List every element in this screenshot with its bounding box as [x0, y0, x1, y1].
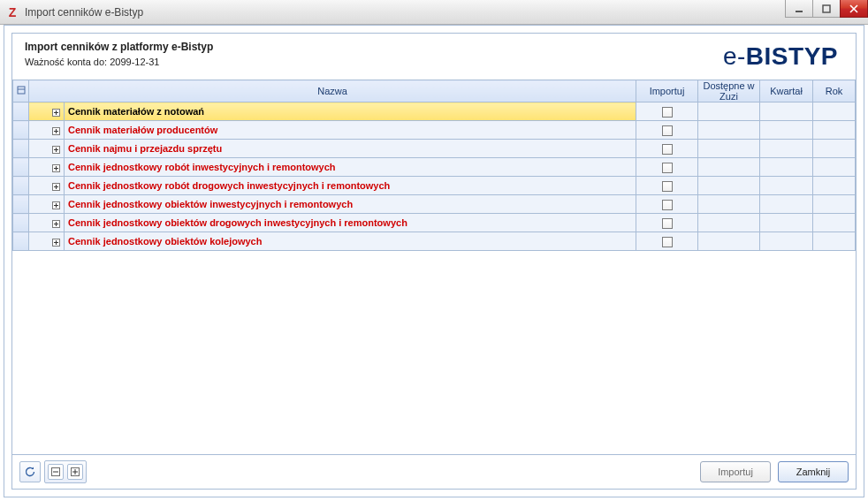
plus-icon [52, 183, 60, 191]
svg-rect-0 [796, 11, 803, 12]
col-kwartal-header[interactable]: Kwartał [760, 80, 813, 102]
plus-icon [52, 164, 60, 172]
account-validity: Ważność konta do: 2099-12-31 [25, 57, 213, 67]
row-indicator [13, 214, 29, 232]
row-indicator [13, 158, 29, 177]
refresh-icon [24, 466, 36, 478]
kwartal-cell [760, 177, 813, 195]
dostepne-cell [698, 121, 760, 140]
inner-panel: Import cenników z platformy e-Bistyp Waż… [11, 33, 857, 490]
import-checkbox[interactable] [662, 200, 673, 210]
row-indicator [13, 140, 29, 158]
pricelist-grid: Nazwa Importuj Dostępne w Zuzi Kwartał R… [12, 80, 856, 251]
kwartal-cell [760, 121, 813, 140]
expand-toggle[interactable] [29, 102, 65, 121]
table-row[interactable]: Cennik jednostkowy robót drogowych inwes… [13, 177, 856, 195]
dostepne-cell [698, 177, 760, 195]
minus-square-icon [51, 467, 60, 476]
close-dialog-button[interactable]: Zamknij [778, 461, 849, 482]
col-nazwa-header[interactable]: Nazwa [29, 80, 636, 102]
kwartal-cell [760, 214, 813, 232]
refresh-button[interactable] [19, 461, 41, 482]
kwartal-cell [760, 232, 813, 251]
expand-all-button[interactable] [67, 464, 83, 480]
import-cell [636, 121, 698, 140]
titlebar: Z Import cenników e-Bistyp [0, 0, 868, 25]
table-row[interactable]: Cennik jednostkowy obiektów kolejowych [13, 232, 856, 251]
table-row[interactable]: Cennik jednostkowy obiektów drogowych in… [13, 214, 856, 232]
import-checkbox[interactable] [662, 218, 673, 229]
expand-toggle[interactable] [29, 177, 65, 195]
import-cell [636, 102, 698, 121]
plus-icon [52, 127, 60, 135]
row-name[interactable]: Cennik jednostkowy obiektów drogowych in… [65, 214, 636, 232]
expand-toggle[interactable] [29, 232, 65, 251]
import-checkbox[interactable] [662, 144, 673, 155]
rok-cell [813, 102, 856, 121]
expand-toggle[interactable] [29, 158, 65, 177]
import-checkbox[interactable] [662, 125, 673, 136]
brand-prefix: e- [723, 42, 746, 70]
window-controls [786, 0, 868, 18]
expand-toggle[interactable] [29, 121, 65, 140]
row-indicator [13, 195, 29, 214]
row-indicator [13, 121, 29, 140]
import-button[interactable]: Importuj [700, 461, 771, 482]
expand-toggle[interactable] [29, 214, 65, 232]
row-indicator-header[interactable] [13, 80, 29, 102]
tree-expand-controls [44, 460, 87, 483]
minimize-button[interactable] [785, 0, 813, 18]
import-cell [636, 140, 698, 158]
import-cell [636, 158, 698, 177]
table-row[interactable]: Cennik jednostkowy robót inwestycyjnych … [13, 158, 856, 177]
col-dostepne-header[interactable]: Dostępne w Zuzi [698, 80, 760, 102]
row-name[interactable]: Cennik materiałów z notowań [65, 102, 636, 121]
indicator-icon [17, 86, 26, 95]
header-strip: Import cenników z platformy e-Bistyp Waż… [12, 34, 856, 80]
dostepne-cell [698, 214, 760, 232]
plus-icon [52, 109, 60, 117]
import-cell [636, 214, 698, 232]
kwartal-cell [760, 102, 813, 121]
rok-cell [813, 214, 856, 232]
row-name[interactable]: Cennik jednostkowy robót drogowych inwes… [65, 177, 636, 195]
row-name[interactable]: Cennik jednostkowy robót inwestycyjnych … [65, 158, 636, 177]
bottom-bar: Importuj Zamknij [12, 454, 856, 489]
import-cell [636, 232, 698, 251]
table-row[interactable]: Cennik materiałów producentów [13, 121, 856, 140]
table-row[interactable]: Cennik jednostkowy obiektów inwestycyjny… [13, 195, 856, 214]
import-cell [636, 177, 698, 195]
plus-icon [52, 239, 60, 247]
row-indicator [13, 177, 29, 195]
bottom-left-tools [19, 460, 87, 483]
collapse-all-button[interactable] [48, 464, 64, 480]
import-cell [636, 195, 698, 214]
row-name[interactable]: Cennik najmu i przejazdu sprzętu [65, 140, 636, 158]
row-name[interactable]: Cennik jednostkowy obiektów inwestycyjny… [65, 195, 636, 214]
import-checkbox[interactable] [662, 237, 673, 247]
col-importuj-header[interactable]: Importuj [636, 80, 698, 102]
rok-cell [813, 158, 856, 177]
import-checkbox[interactable] [662, 181, 673, 192]
app-icon: Z [5, 5, 19, 19]
import-checkbox[interactable] [662, 107, 673, 118]
dostepne-cell [698, 102, 760, 121]
maximize-button[interactable] [812, 0, 841, 18]
col-rok-header[interactable]: Rok [813, 80, 856, 102]
import-checkbox[interactable] [662, 163, 673, 173]
expand-toggle[interactable] [29, 140, 65, 158]
expand-toggle[interactable] [29, 195, 65, 214]
plus-icon [52, 146, 60, 154]
dostepne-cell [698, 158, 760, 177]
table-row[interactable]: Cennik najmu i przejazdu sprzętu [13, 140, 856, 158]
page-heading: Import cenników z platformy e-Bistyp [25, 41, 213, 53]
close-button[interactable] [840, 0, 868, 18]
table-row[interactable]: Cennik materiałów z notowań [13, 102, 856, 121]
row-name[interactable]: Cennik materiałów producentów [65, 121, 636, 140]
kwartal-cell [760, 158, 813, 177]
bottom-right-buttons: Importuj Zamknij [700, 461, 849, 482]
row-name[interactable]: Cennik jednostkowy obiektów kolejowych [65, 232, 636, 251]
client-area: Import cenników z platformy e-Bistyp Waż… [4, 25, 864, 497]
plus-square-icon [71, 467, 80, 476]
row-indicator [13, 102, 29, 121]
